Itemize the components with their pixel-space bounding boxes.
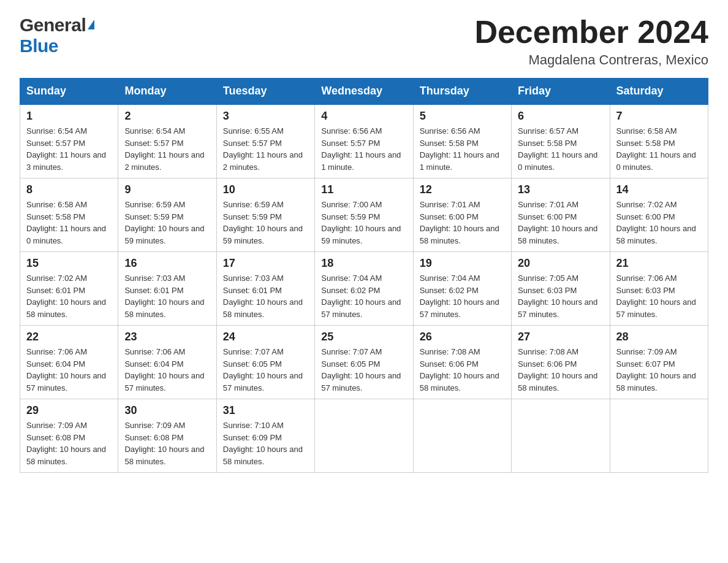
- day-number: 21: [616, 257, 702, 270]
- day-info: Sunrise: 7:02 AMSunset: 6:01 PMDaylight:…: [26, 272, 112, 320]
- day-info: Sunrise: 6:54 AMSunset: 5:57 PMDaylight:…: [26, 125, 112, 173]
- day-cell: 30Sunrise: 7:09 AMSunset: 6:08 PMDayligh…: [118, 399, 216, 473]
- day-info: Sunrise: 6:58 AMSunset: 5:58 PMDaylight:…: [26, 199, 112, 247]
- day-cell: 8Sunrise: 6:58 AMSunset: 5:58 PMDaylight…: [20, 178, 118, 252]
- calendar-subtitle: Magdalena Contreras, Mexico: [474, 52, 708, 68]
- day-info: Sunrise: 6:59 AMSunset: 5:59 PMDaylight:…: [223, 199, 308, 247]
- day-cell: 27Sunrise: 7:08 AMSunset: 6:06 PMDayligh…: [512, 326, 610, 399]
- day-info: Sunrise: 7:07 AMSunset: 6:05 PMDaylight:…: [321, 346, 406, 394]
- day-cell: [512, 399, 610, 473]
- day-info: Sunrise: 7:07 AMSunset: 6:05 PMDaylight:…: [223, 346, 308, 394]
- day-number: 5: [420, 110, 505, 123]
- day-cell: 13Sunrise: 7:01 AMSunset: 6:00 PMDayligh…: [512, 178, 610, 252]
- day-number: 29: [26, 404, 112, 417]
- day-number: 6: [518, 110, 603, 123]
- header-cell-thursday: Thursday: [413, 79, 511, 105]
- day-cell: 14Sunrise: 7:02 AMSunset: 6:00 PMDayligh…: [610, 178, 708, 252]
- logo-triangle-icon: [88, 20, 94, 29]
- day-info: Sunrise: 7:05 AMSunset: 6:03 PMDaylight:…: [518, 272, 603, 320]
- day-info: Sunrise: 7:06 AMSunset: 6:04 PMDaylight:…: [26, 346, 112, 394]
- day-info: Sunrise: 7:06 AMSunset: 6:03 PMDaylight:…: [616, 272, 702, 320]
- day-cell: 12Sunrise: 7:01 AMSunset: 6:00 PMDayligh…: [413, 178, 511, 252]
- day-cell: 3Sunrise: 6:55 AMSunset: 5:57 PMDaylight…: [216, 104, 314, 178]
- calendar-table: SundayMondayTuesdayWednesdayThursdayFrid…: [20, 78, 708, 473]
- day-info: Sunrise: 7:03 AMSunset: 6:01 PMDaylight:…: [124, 272, 210, 320]
- day-number: 20: [518, 257, 603, 270]
- day-info: Sunrise: 6:57 AMSunset: 5:58 PMDaylight:…: [518, 125, 603, 173]
- day-number: 7: [616, 110, 702, 123]
- day-cell: [413, 399, 511, 473]
- day-number: 24: [223, 331, 308, 343]
- day-cell: 20Sunrise: 7:05 AMSunset: 6:03 PMDayligh…: [512, 252, 610, 326]
- day-number: 13: [518, 183, 603, 196]
- calendar-body: 1Sunrise: 6:54 AMSunset: 5:57 PMDaylight…: [20, 104, 708, 473]
- day-info: Sunrise: 7:09 AMSunset: 6:08 PMDaylight:…: [124, 419, 210, 467]
- day-info: Sunrise: 7:04 AMSunset: 6:02 PMDaylight:…: [321, 272, 406, 320]
- day-cell: 7Sunrise: 6:58 AMSunset: 5:58 PMDaylight…: [610, 104, 708, 178]
- day-cell: 2Sunrise: 6:54 AMSunset: 5:57 PMDaylight…: [118, 104, 216, 178]
- day-number: 26: [420, 331, 505, 343]
- calendar-header: SundayMondayTuesdayWednesdayThursdayFrid…: [20, 79, 708, 105]
- page-header: General Blue December 2024 Magdalena Con…: [20, 15, 708, 68]
- day-cell: [610, 399, 708, 473]
- day-cell: 31Sunrise: 7:10 AMSunset: 6:09 PMDayligh…: [216, 399, 314, 473]
- day-number: 18: [321, 257, 406, 270]
- day-info: Sunrise: 7:10 AMSunset: 6:09 PMDaylight:…: [223, 419, 308, 467]
- day-number: 31: [223, 404, 308, 417]
- day-number: 2: [124, 110, 210, 123]
- header-cell-friday: Friday: [512, 79, 610, 105]
- logo-blue-text: Blue: [20, 36, 58, 56]
- day-number: 19: [420, 257, 505, 270]
- week-row-2: 8Sunrise: 6:58 AMSunset: 5:58 PMDaylight…: [20, 178, 708, 252]
- header-cell-monday: Monday: [118, 79, 216, 105]
- calendar-title: December 2024: [474, 15, 708, 50]
- day-cell: 5Sunrise: 6:56 AMSunset: 5:58 PMDaylight…: [413, 104, 511, 178]
- header-cell-wednesday: Wednesday: [315, 79, 413, 105]
- day-cell: 17Sunrise: 7:03 AMSunset: 6:01 PMDayligh…: [216, 252, 314, 326]
- day-cell: 9Sunrise: 6:59 AMSunset: 5:59 PMDaylight…: [118, 178, 216, 252]
- day-number: 4: [321, 110, 406, 123]
- day-number: 17: [223, 257, 308, 270]
- day-info: Sunrise: 7:08 AMSunset: 6:06 PMDaylight:…: [518, 346, 603, 394]
- day-number: 14: [616, 183, 702, 196]
- day-cell: 25Sunrise: 7:07 AMSunset: 6:05 PMDayligh…: [315, 326, 413, 399]
- header-cell-saturday: Saturday: [610, 79, 708, 105]
- day-info: Sunrise: 7:00 AMSunset: 5:59 PMDaylight:…: [321, 199, 406, 247]
- header-cell-sunday: Sunday: [20, 79, 118, 105]
- day-number: 8: [26, 183, 112, 196]
- day-info: Sunrise: 6:55 AMSunset: 5:57 PMDaylight:…: [223, 125, 308, 173]
- logo-general-text: General: [20, 15, 86, 36]
- day-info: Sunrise: 7:03 AMSunset: 6:01 PMDaylight:…: [223, 272, 308, 320]
- day-cell: 4Sunrise: 6:56 AMSunset: 5:57 PMDaylight…: [315, 104, 413, 178]
- day-info: Sunrise: 7:04 AMSunset: 6:02 PMDaylight:…: [420, 272, 505, 320]
- day-cell: 10Sunrise: 6:59 AMSunset: 5:59 PMDayligh…: [216, 178, 314, 252]
- day-cell: 22Sunrise: 7:06 AMSunset: 6:04 PMDayligh…: [20, 326, 118, 399]
- day-info: Sunrise: 6:56 AMSunset: 5:57 PMDaylight:…: [321, 125, 406, 173]
- day-number: 28: [616, 331, 702, 343]
- week-row-4: 22Sunrise: 7:06 AMSunset: 6:04 PMDayligh…: [20, 326, 708, 399]
- day-cell: 24Sunrise: 7:07 AMSunset: 6:05 PMDayligh…: [216, 326, 314, 399]
- day-info: Sunrise: 7:01 AMSunset: 6:00 PMDaylight:…: [518, 199, 603, 247]
- day-cell: 11Sunrise: 7:00 AMSunset: 5:59 PMDayligh…: [315, 178, 413, 252]
- day-cell: 18Sunrise: 7:04 AMSunset: 6:02 PMDayligh…: [315, 252, 413, 326]
- day-number: 3: [223, 110, 308, 123]
- day-number: 10: [223, 183, 308, 196]
- day-info: Sunrise: 7:01 AMSunset: 6:00 PMDaylight:…: [420, 199, 505, 247]
- day-cell: 21Sunrise: 7:06 AMSunset: 6:03 PMDayligh…: [610, 252, 708, 326]
- day-number: 23: [124, 331, 210, 343]
- day-number: 30: [124, 404, 210, 417]
- week-row-3: 15Sunrise: 7:02 AMSunset: 6:01 PMDayligh…: [20, 252, 708, 326]
- day-info: Sunrise: 7:08 AMSunset: 6:06 PMDaylight:…: [420, 346, 505, 394]
- day-cell: 15Sunrise: 7:02 AMSunset: 6:01 PMDayligh…: [20, 252, 118, 326]
- day-number: 27: [518, 331, 603, 343]
- week-row-5: 29Sunrise: 7:09 AMSunset: 6:08 PMDayligh…: [20, 399, 708, 473]
- day-number: 12: [420, 183, 505, 196]
- header-cell-tuesday: Tuesday: [216, 79, 314, 105]
- day-info: Sunrise: 6:54 AMSunset: 5:57 PMDaylight:…: [124, 125, 210, 173]
- day-info: Sunrise: 7:02 AMSunset: 6:00 PMDaylight:…: [616, 199, 702, 247]
- day-info: Sunrise: 6:59 AMSunset: 5:59 PMDaylight:…: [124, 199, 210, 247]
- title-block: December 2024 Magdalena Contreras, Mexic…: [474, 15, 708, 68]
- day-cell: 23Sunrise: 7:06 AMSunset: 6:04 PMDayligh…: [118, 326, 216, 399]
- day-info: Sunrise: 6:56 AMSunset: 5:58 PMDaylight:…: [420, 125, 505, 173]
- day-cell: 29Sunrise: 7:09 AMSunset: 6:08 PMDayligh…: [20, 399, 118, 473]
